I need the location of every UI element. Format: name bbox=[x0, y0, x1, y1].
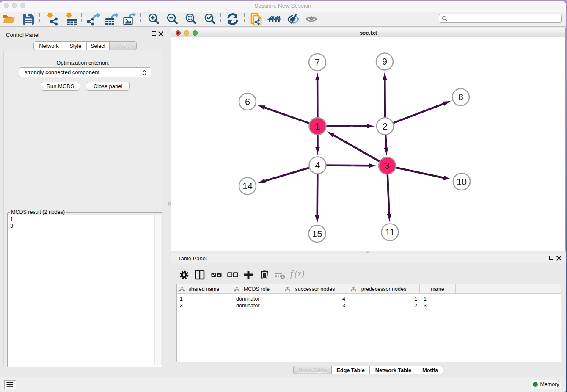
svg-text:1: 1 bbox=[315, 121, 320, 132]
svg-text:6: 6 bbox=[245, 97, 250, 107]
svg-text:10: 10 bbox=[457, 177, 467, 187]
svg-text:15: 15 bbox=[312, 229, 322, 239]
svg-text:4: 4 bbox=[315, 160, 320, 171]
svg-text:2: 2 bbox=[383, 121, 388, 132]
svg-text:9: 9 bbox=[382, 57, 387, 67]
svg-text:14: 14 bbox=[242, 181, 253, 191]
svg-text:3: 3 bbox=[385, 161, 390, 171]
svg-text:11: 11 bbox=[385, 227, 394, 237]
svg-text:7: 7 bbox=[315, 58, 320, 68]
svg-text:8: 8 bbox=[458, 92, 463, 102]
